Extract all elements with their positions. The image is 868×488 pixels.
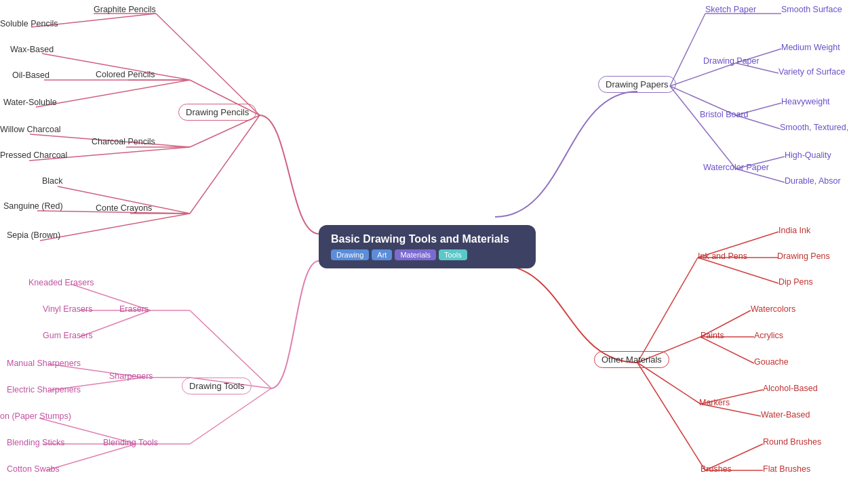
- leaf-heavyweight: Heavyweight: [781, 97, 830, 106]
- center-node: Basic Drawing Tools and Materials Drawin…: [319, 225, 536, 268]
- branch-drawing-papers: Drawing Papers: [598, 76, 676, 93]
- tag-drawing: Drawing: [331, 249, 369, 260]
- leaf-manual: Manual Sharpeners: [7, 359, 81, 368]
- leaf-cotton-swabs: Cotton Swabs: [7, 464, 60, 474]
- leaf-round: Round Brushes: [763, 437, 821, 447]
- leaf-blending: Blending Tools: [103, 438, 158, 447]
- leaf-graphite: Graphite Pencils: [94, 5, 156, 14]
- leaf-high-quality: High-Quality: [785, 150, 831, 160]
- leaf-soluble: Soluble Pencils: [0, 19, 58, 28]
- center-title: Basic Drawing Tools and Materials: [331, 233, 524, 245]
- leaf-electric: Electric Sharpeners: [7, 385, 81, 394]
- leaf-blending-sticks: Blending Sticks: [7, 438, 64, 447]
- leaf-gum: Gum Erasers: [43, 331, 93, 340]
- leaf-charcoal: Charcoal Pencils: [92, 137, 155, 146]
- leaf-kneaded: Kneaded Erasers: [28, 278, 94, 287]
- leaf-sketch: Sketch Paper: [705, 5, 756, 14]
- leaf-india-ink: India Ink: [778, 226, 810, 235]
- leaf-paper-stumps: on (Paper Stumps): [0, 411, 71, 421]
- leaf-medium: Medium Weight: [781, 43, 840, 52]
- leaf-oil: Oil-Based: [12, 70, 50, 80]
- leaf-durable: Durable, Absor: [785, 176, 841, 186]
- leaf-alcohol: Alcohol-Based: [763, 384, 818, 393]
- tag-art: Art: [372, 249, 392, 260]
- leaf-willow: Willow Charcoal: [0, 125, 61, 134]
- leaf-variety: Variety of Surface: [778, 67, 845, 77]
- leaf-water-soluble: Water-Soluble: [3, 98, 57, 107]
- leaf-vinyl: Vinyl Erasers: [43, 304, 92, 314]
- branch-other-materials-label: Other Materials: [601, 354, 662, 365]
- leaf-flat: Flat Brushes: [763, 464, 810, 474]
- leaf-brushes: Brushes: [701, 464, 732, 474]
- leaf-erasers: Erasers: [119, 304, 149, 314]
- branch-drawing-papers-label: Drawing Papers: [606, 79, 669, 89]
- branch-other-materials: Other Materials: [594, 351, 669, 368]
- leaf-markers: Markers: [699, 398, 730, 407]
- branch-drawing-tools-label: Drawing Tools: [189, 381, 244, 391]
- leaf-drawing-paper: Drawing Paper: [703, 56, 760, 66]
- leaf-pressed: Pressed Charcoal: [0, 150, 67, 160]
- leaf-ink-pens: Ink and Pens: [698, 251, 747, 261]
- leaf-colored: Colored Pencils: [96, 70, 155, 79]
- leaf-watercolors: Watercolors: [751, 304, 795, 314]
- leaf-sepia: Sepia (Brown): [7, 230, 60, 240]
- branch-drawing-tools: Drawing Tools: [182, 378, 252, 394]
- leaf-sharpeners: Sharpeners: [109, 371, 153, 381]
- leaf-bristol: Bristol Board: [700, 110, 749, 119]
- leaf-wax: Wax-Based: [10, 45, 54, 54]
- tag-tools: Tools: [439, 249, 467, 260]
- tag-container: Drawing Art Materials Tools: [331, 249, 524, 260]
- leaf-smooth: Smooth Surface: [781, 5, 842, 14]
- leaf-dip-pens: Dip Pens: [778, 277, 813, 287]
- leaf-black: Black: [42, 176, 63, 186]
- leaf-sanguine: Sanguine (Red): [3, 201, 63, 211]
- leaf-gouache: Gouache: [754, 357, 789, 367]
- branch-drawing-pencils-label: Drawing Pencils: [186, 107, 249, 117]
- leaf-conte: Conte Crayons: [96, 203, 152, 213]
- leaf-paints: Paints: [701, 331, 724, 340]
- leaf-smooth-tex: Smooth, Textured,: [780, 123, 848, 132]
- leaf-water-based: Water-Based: [761, 410, 810, 420]
- branch-drawing-pencils: Drawing Pencils: [178, 104, 256, 121]
- leaf-acrylics: Acrylics: [754, 331, 783, 340]
- tag-materials: Materials: [395, 249, 436, 260]
- leaf-drawing-pens: Drawing Pens: [777, 251, 830, 261]
- leaf-watercolor: Watercolor Paper: [703, 163, 769, 172]
